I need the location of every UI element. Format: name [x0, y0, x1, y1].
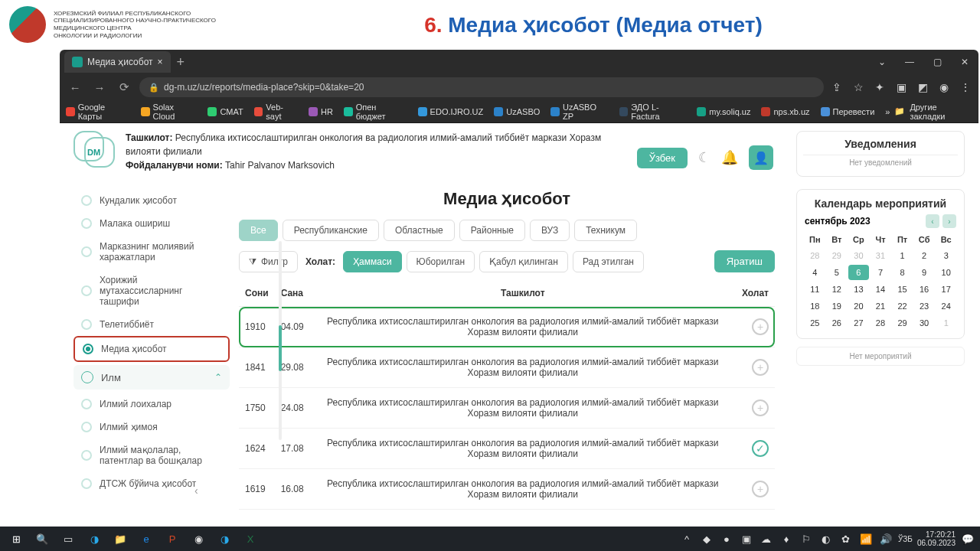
calendar-day[interactable]: 24	[936, 298, 956, 314]
tray-flag-icon[interactable]: ⚐	[799, 529, 814, 549]
sidebar-item[interactable]: Илмий ҳимоя	[74, 416, 230, 439]
calendar-day[interactable]: 23	[914, 298, 935, 314]
taskbar-app[interactable]: ◑	[213, 529, 236, 549]
chevron-down-icon[interactable]: ⌄	[868, 50, 896, 74]
plus-icon[interactable]: +	[752, 399, 769, 416]
status-tab[interactable]: Рад этилган	[573, 251, 644, 272]
sidebar-item[interactable]: ДТСЖ бўйича ҳисобот	[74, 472, 230, 495]
scope-tab[interactable]: Техникум	[574, 220, 637, 241]
calendar-day[interactable]: 21	[871, 298, 891, 314]
table-row[interactable]: 161916.08Республика ихтисослаштирилган о…	[239, 469, 775, 510]
user-menu-button[interactable]: 👤	[749, 145, 773, 170]
nav-back[interactable]: ←	[66, 81, 84, 94]
calendar-day[interactable]: 28	[805, 248, 825, 263]
menu-dots-icon[interactable]: ⋮	[959, 81, 972, 93]
tray-icon[interactable]: ✿	[838, 529, 854, 549]
tray-language[interactable]: ЎЗБ	[898, 535, 913, 543]
create-button[interactable]: Яратиш	[714, 250, 775, 272]
table-row[interactable]: 191004.09Республика ихтисослаштирилган о…	[239, 307, 775, 347]
table-row[interactable]: 175024.08Республика ихтисослаштирилган о…	[239, 388, 775, 429]
sidebar-group[interactable]: Илм⌃	[74, 365, 230, 390]
calendar-day[interactable]: 15	[892, 282, 913, 297]
status-tab[interactable]: Юборилган	[407, 251, 475, 272]
calendar-day[interactable]: 18	[805, 298, 825, 314]
taskbar-powerpoint[interactable]: P	[161, 529, 184, 549]
calendar-prev[interactable]: ‹	[926, 214, 939, 228]
status-tab[interactable]: Қабул қилинган	[479, 251, 568, 272]
calendar-day[interactable]: 17	[936, 282, 956, 297]
other-bookmarks[interactable]: Другие закладки	[910, 103, 972, 121]
browser-tab[interactable]: Медиа ҳисобот ×	[64, 51, 171, 73]
tray-icon[interactable]: ◐	[818, 529, 834, 549]
sidebar-item[interactable]: Кундалик ҳисобот	[74, 189, 230, 212]
calendar-day[interactable]: 29	[827, 248, 848, 263]
calendar-day[interactable]: 25	[805, 315, 825, 331]
bookmark-item[interactable]: HR	[309, 107, 333, 116]
bookmark-item[interactable]: UzASBO	[494, 107, 540, 116]
calendar-next[interactable]: ›	[942, 214, 956, 228]
bookmark-item[interactable]: Опен бюджет	[344, 103, 407, 121]
table-row[interactable]: 162417.08Республика ихтисослаштирилган о…	[239, 429, 775, 469]
tray-icon[interactable]: ◆	[699, 529, 714, 549]
calendar-day[interactable]: 30	[848, 248, 869, 263]
tray-wifi-icon[interactable]: 📶	[858, 529, 874, 549]
taskbar-excel[interactable]: X	[239, 529, 262, 549]
calendar-day[interactable]: 6	[848, 265, 869, 280]
calendar-day[interactable]: 30	[914, 315, 935, 331]
scope-tab[interactable]: Все	[239, 220, 278, 241]
window-maximize[interactable]: ▢	[923, 50, 951, 74]
scope-tab[interactable]: ВУЗ	[530, 220, 570, 241]
calendar-day[interactable]: 3	[936, 248, 956, 263]
calendar-day[interactable]: 7	[871, 265, 891, 280]
calendar-day[interactable]: 26	[827, 315, 848, 331]
calendar-day[interactable]: 16	[914, 282, 935, 297]
calendar-day[interactable]: 8	[892, 265, 913, 280]
app-logo[interactable]: DM	[74, 131, 115, 172]
calendar-day[interactable]: 4	[805, 265, 825, 280]
language-button[interactable]: Ўзбек	[637, 148, 688, 168]
task-view[interactable]: ▭	[57, 529, 80, 549]
bookmark-item[interactable]: EDO.IJRO.UZ	[418, 107, 484, 116]
calendar-day[interactable]: 20	[848, 298, 869, 314]
tray-notifications-icon[interactable]: 💬	[960, 529, 975, 549]
scope-tab[interactable]: Районные	[459, 220, 525, 241]
tray-cloud-icon[interactable]: ☁	[759, 529, 774, 549]
sidebar-item[interactable]: Марказнинг молиявий харажатлари	[74, 235, 230, 269]
scope-tab[interactable]: Республиканские	[283, 220, 379, 241]
new-tab-button[interactable]: +	[177, 54, 185, 70]
extension-icon-2[interactable]: ◩	[916, 81, 929, 93]
tray-volume-icon[interactable]: 🔊	[878, 529, 893, 549]
bell-icon[interactable]: 🔔	[721, 149, 738, 166]
sidebar-item[interactable]: Илмий мақолалар, патентлар ва бошқалар	[74, 439, 230, 472]
moon-icon[interactable]: ☾	[698, 149, 710, 166]
sidebar-item[interactable]: Малака ошириш	[74, 212, 230, 235]
calendar-day[interactable]: 27	[848, 315, 869, 331]
tray-icon[interactable]: ♦	[779, 529, 794, 549]
bookmark-item[interactable]: UzASBO ZP	[550, 103, 608, 121]
sidebar-item[interactable]: Хорижий мутахассисларнинг ташрифи	[74, 269, 230, 313]
sidebar-item[interactable]: Телетиббиёт	[74, 313, 230, 336]
bookmark-item[interactable]: Veb-sayt	[254, 103, 298, 121]
calendar-day[interactable]: 2	[914, 248, 935, 263]
sidebar-item[interactable]: Илмий лоихалар	[74, 393, 230, 416]
taskbar-chrome[interactable]: ◉	[187, 529, 210, 549]
bookmark-item[interactable]: Перевести	[821, 107, 875, 116]
tab-close-icon[interactable]: ×	[158, 57, 163, 67]
taskbar-search[interactable]: 🔍	[31, 529, 54, 549]
url-input[interactable]: 🔒 dg-m.uz/uz/reports/media-place?skip=0&…	[139, 77, 824, 97]
start-button[interactable]: ⊞	[5, 529, 28, 549]
plus-icon[interactable]: +	[752, 481, 769, 497]
calendar-day[interactable]: 1	[936, 315, 956, 331]
window-close[interactable]: ✕	[951, 50, 978, 74]
calendar-day[interactable]: 28	[871, 315, 891, 331]
calendar-day[interactable]: 1	[892, 248, 913, 263]
calendar-day[interactable]: 14	[871, 282, 891, 297]
calendar-day[interactable]: 12	[827, 282, 848, 297]
calendar-day[interactable]: 9	[914, 265, 935, 280]
window-minimize[interactable]: —	[896, 50, 923, 74]
table-row[interactable]: 184129.08Республика ихтисослаштирилган о…	[239, 347, 775, 388]
calendar-day[interactable]: 11	[805, 282, 825, 297]
taskbar-ie[interactable]: e	[135, 529, 158, 549]
calendar-day[interactable]: 13	[848, 282, 869, 297]
profile-avatar[interactable]: ◉	[937, 81, 951, 93]
